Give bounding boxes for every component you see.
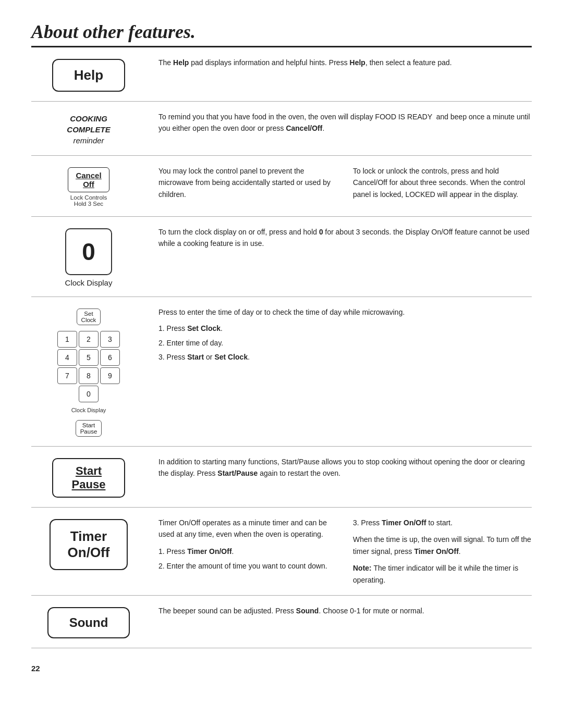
timer-desc-right-2: When the time is up, the oven will signa… (353, 534, 532, 557)
cooking-complete-line2: COMPLETE (67, 125, 110, 134)
step-1: 1. Press Set Clock. (158, 322, 532, 335)
clock-display-section: 0 Clock Display To turn the clock displa… (31, 217, 532, 297)
clock-display-left: 0 Clock Display (31, 226, 146, 287)
set-clock-left: SetClock 1 2 3 4 5 6 7 8 9 0 (31, 306, 146, 437)
timer-line1: Timer (70, 528, 107, 544)
keypad-row-1: 1 2 3 (57, 331, 120, 348)
key-6[interactable]: 6 (100, 349, 120, 366)
cooking-complete-left: COOKING COMPLETE reminder (31, 111, 146, 146)
start-pause-left: Start Pause (31, 456, 146, 498)
timer-desc-right-1: 3. Press Timer On/Off to start. (353, 517, 532, 528)
lock-controls-two-col: You may lock the control panel to preven… (158, 165, 532, 200)
timer-section: Timer On/Off Timer On/Off operates as a … (31, 508, 532, 596)
step-2: 2. Enter time of day. (158, 337, 532, 350)
set-clock-section: SetClock 1 2 3 4 5 6 7 8 9 0 (31, 297, 532, 447)
timer-desc-right-3: Note: The timer indicator will be it whi… (353, 562, 532, 586)
start-pause-line2: Pause (72, 478, 106, 491)
start-pause-line1: Start (76, 464, 102, 477)
page-number: 22 (31, 664, 532, 673)
set-clock-description: Press to enter the time of day or to che… (158, 306, 532, 318)
timer-desc-left-2: 1. Press Timer On/Off. (158, 546, 337, 557)
lock-controls-desc-left: You may lock the control panel to preven… (158, 165, 337, 200)
key-7[interactable]: 7 (57, 367, 77, 384)
timer-desc-left-3: 2. Enter the amount of time you want to … (158, 560, 337, 572)
lock-controls-right: You may lock the control panel to preven… (158, 165, 532, 200)
keypad-row-4: 0 (57, 386, 120, 402)
help-section: Help The Help pad displays information a… (31, 47, 532, 102)
start-pause-small-button[interactable]: StartPause (76, 420, 102, 437)
lock-controls-left: Cancel Off Lock ControlsHold 3 Sec (31, 165, 146, 207)
timer-desc-right: 3. Press Timer On/Off to start. When the… (353, 517, 532, 586)
help-button[interactable]: Help (52, 59, 125, 92)
keypad-label: Clock Display (71, 407, 106, 413)
set-clock-steps: 1. Press Set Clock. 2. Enter time of day… (158, 322, 532, 364)
key-8[interactable]: 8 (79, 367, 99, 384)
start-pause-description: In addition to starting many functions, … (158, 456, 532, 479)
timer-desc-left: Timer On/Off operates as a minute timer … (158, 517, 337, 586)
lock-controls-label: Lock ControlsHold 3 Sec (70, 194, 107, 207)
cancel-off-line2: Off (83, 180, 94, 189)
sound-button[interactable]: Sound (47, 607, 130, 638)
start-pause-button[interactable]: Start Pause (52, 458, 125, 498)
sound-left: Sound (31, 605, 146, 638)
page-title: About other features. (31, 21, 532, 43)
cooking-complete-label: COOKING COMPLETE reminder (67, 113, 110, 146)
clock-display-wrap: 0 Clock Display (65, 228, 113, 287)
clock-keypad-wrap: SetClock 1 2 3 4 5 6 7 8 9 0 (57, 309, 120, 437)
cancel-off-button[interactable]: Cancel Off (68, 167, 109, 192)
clock-display-button[interactable]: 0 (65, 228, 112, 275)
sound-description: The beeper sound can be adjusted. Press … (158, 605, 532, 616)
timer-line2: On/Off (68, 545, 110, 560)
cooking-complete-line1: COOKING (70, 114, 107, 123)
keypad: 1 2 3 4 5 6 7 8 9 0 (57, 331, 120, 402)
cooking-complete-section: COOKING COMPLETE reminder To remind you … (31, 102, 532, 156)
set-clock-button[interactable]: SetClock (77, 309, 101, 325)
lock-controls-desc-right: To lock or unlock the controls, press an… (353, 165, 532, 200)
clock-display-label: Clock Display (65, 278, 113, 287)
key-0[interactable]: 0 (79, 386, 99, 402)
timer-button[interactable]: Timer On/Off (50, 519, 128, 570)
step-3: 3. Press Start or Set Clock. (158, 351, 532, 364)
timer-left: Timer On/Off (31, 517, 146, 570)
set-clock-right: Press to enter the time of day or to che… (158, 306, 532, 365)
key-9[interactable]: 9 (100, 367, 120, 384)
key-1[interactable]: 1 (57, 331, 77, 348)
cancel-off-line1: Cancel (76, 171, 101, 180)
help-left: Help (31, 57, 146, 92)
clock-display-description: To turn the clock display on or off, pre… (158, 226, 532, 250)
start-pause-section: Start Pause In addition to starting many… (31, 447, 532, 508)
cancel-off-wrap: Cancel Off Lock ControlsHold 3 Sec (68, 167, 109, 207)
lock-controls-section: Cancel Off Lock ControlsHold 3 Sec You m… (31, 156, 532, 217)
timer-two-col: Timer On/Off operates as a minute timer … (158, 517, 532, 586)
timer-desc-left-1: Timer On/Off operates as a minute timer … (158, 517, 337, 540)
keypad-row-2: 4 5 6 (57, 349, 120, 366)
sound-section: Sound The beeper sound can be adjusted. … (31, 596, 532, 648)
cooking-complete-description: To remind you that you have food in the … (158, 111, 532, 134)
key-3[interactable]: 3 (100, 331, 120, 348)
help-description: The Help pad displays information and he… (158, 57, 532, 68)
key-2[interactable]: 2 (79, 331, 99, 348)
timer-right: Timer On/Off operates as a minute timer … (158, 517, 532, 586)
key-5[interactable]: 5 (79, 349, 99, 366)
key-4[interactable]: 4 (57, 349, 77, 366)
keypad-row-3: 7 8 9 (57, 367, 120, 384)
cooking-complete-line3: reminder (73, 136, 104, 145)
